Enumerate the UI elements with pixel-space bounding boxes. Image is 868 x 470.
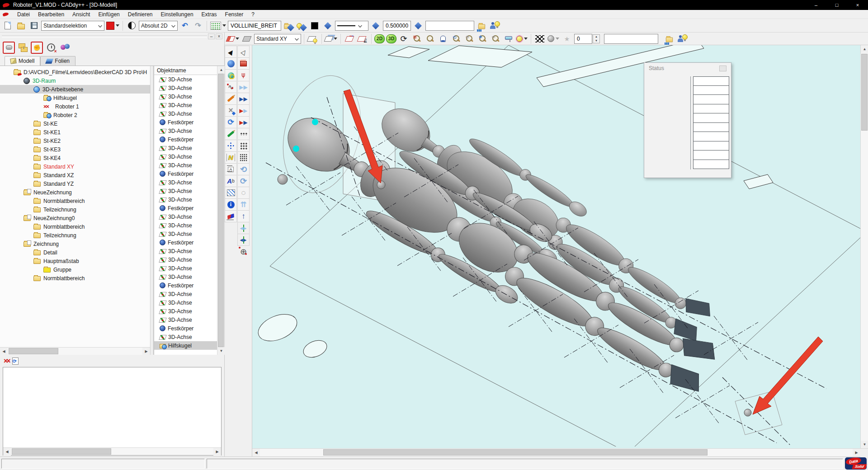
pen-color-button[interactable] bbox=[309, 20, 321, 31]
list-item-3d-achse[interactable]: 3D-Achse bbox=[154, 315, 217, 324]
menu-einfügen[interactable]: Einfügen bbox=[94, 10, 123, 19]
list-item-3d-achse[interactable]: 3D-Achse bbox=[154, 152, 217, 161]
rotate-cw-button[interactable] bbox=[237, 175, 250, 187]
wireframe-button[interactable] bbox=[534, 33, 546, 44]
user-light-button[interactable] bbox=[489, 20, 500, 31]
draw-pencil-green-button[interactable] bbox=[225, 128, 237, 140]
hatch-tool-button[interactable] bbox=[225, 187, 237, 199]
undo-button[interactable]: ↶ bbox=[179, 20, 191, 31]
dimension-tool-button[interactable] bbox=[225, 163, 237, 175]
lift-light-button[interactable] bbox=[237, 198, 250, 211]
list-vertical-scrollbar[interactable]: ▲ ▼ bbox=[217, 66, 224, 355]
coordinate-mode-combo[interactable]: Absolut 2D bbox=[139, 21, 178, 31]
zoom-box-button[interactable]: ▧ bbox=[411, 33, 423, 44]
message-area[interactable]: ◀ ▶ bbox=[3, 367, 222, 456]
tree-item-st-ke3[interactable]: St-KE3 bbox=[0, 145, 150, 154]
list-item-festkörper[interactable]: Festkörper bbox=[154, 118, 217, 127]
mirror-dark-button[interactable] bbox=[237, 234, 250, 246]
3d-viewport[interactable]: Status bbox=[252, 45, 860, 448]
extra-input[interactable] bbox=[425, 21, 474, 31]
list-item-festkörper[interactable]: Festkörper bbox=[154, 204, 217, 212]
panel-grip[interactable] bbox=[2, 35, 207, 38]
display-mode-button[interactable] bbox=[126, 20, 137, 31]
array-circle-button[interactable] bbox=[237, 187, 250, 199]
rotate-view-button[interactable]: ⟳ bbox=[398, 33, 410, 44]
list-item-3d-achse[interactable]: 3D-Achse bbox=[154, 144, 217, 152]
sphere-tool-button[interactable] bbox=[225, 57, 237, 70]
scroll-left-arrow-icon[interactable]: ◀ bbox=[0, 348, 8, 355]
zoom-next-button[interactable]: ⟳ bbox=[463, 33, 475, 44]
info-tool-button[interactable] bbox=[225, 198, 237, 211]
tree-item-standard-xz[interactable]: Standard XZ bbox=[0, 171, 150, 179]
modify-tools-button[interactable] bbox=[225, 104, 237, 117]
refresh-page-button[interactable] bbox=[12, 357, 19, 365]
select-arrow-button[interactable] bbox=[225, 46, 237, 58]
array-grid-small-button[interactable] bbox=[237, 140, 250, 152]
tree-item-zeichnung[interactable]: Zeichnung bbox=[0, 240, 150, 248]
list-item-3d-achse[interactable]: 3D-Achse bbox=[154, 161, 217, 169]
scroll-right-arrow-icon[interactable]: ▶ bbox=[213, 448, 221, 456]
clear-selection-button[interactable] bbox=[3, 42, 15, 54]
open-file-button[interactable] bbox=[15, 20, 27, 31]
plane-copy-button[interactable] bbox=[325, 33, 338, 44]
list-item-3d-achse[interactable]: 3D-Achse bbox=[154, 109, 217, 118]
minimize-button[interactable]: – bbox=[806, 0, 826, 10]
list-item-3d-achse[interactable]: 3D-Achse bbox=[154, 178, 217, 187]
tree-item-st-ke2[interactable]: St-KE2 bbox=[0, 136, 150, 145]
list-item-3d-achse[interactable]: 3D-Achse bbox=[154, 307, 217, 315]
tree-item-roboter-1[interactable]: ××Roboter 1 bbox=[0, 102, 150, 111]
save-button[interactable] bbox=[28, 20, 40, 31]
user-light-button[interactable] bbox=[676, 33, 688, 44]
tree-item-roboter-2[interactable]: Roboter 2 bbox=[0, 111, 150, 119]
viewport-horizontal-scrollbar[interactable]: ◀ ▶ bbox=[252, 448, 868, 456]
menu-ansicht[interactable]: Ansicht bbox=[68, 10, 94, 19]
tree-item-hilfskugel[interactable]: Hilfskugel bbox=[0, 94, 150, 102]
scroll-down-arrow-icon[interactable]: ▼ bbox=[217, 347, 225, 355]
linestyle-pick-button[interactable] bbox=[370, 20, 382, 31]
menu-bearbeiten[interactable]: Bearbeiten bbox=[34, 10, 68, 19]
array-grid-large-button[interactable] bbox=[237, 151, 250, 164]
view-extra-input[interactable] bbox=[604, 34, 658, 44]
rotate-ccw-button[interactable] bbox=[237, 163, 250, 175]
rotate-tool-button[interactable] bbox=[225, 116, 237, 128]
solid-edit-tool-button[interactable] bbox=[225, 69, 237, 81]
zoom-previous-button[interactable]: ⟲ bbox=[450, 33, 462, 44]
tree-item-st-ke[interactable]: St-KE bbox=[0, 119, 150, 128]
list-item-3d-achse[interactable]: 3D-Achse bbox=[154, 212, 217, 221]
tree-item-standard-yz[interactable]: Standard YZ bbox=[0, 179, 150, 188]
workplane-off-button[interactable] bbox=[241, 33, 253, 44]
history-button[interactable] bbox=[45, 42, 57, 54]
close-button[interactable]: × bbox=[847, 0, 868, 10]
tab-modell[interactable]: Modell bbox=[5, 56, 40, 66]
mirror-light-button[interactable] bbox=[237, 222, 250, 234]
list-item-3d-achse[interactable]: 3D-Achse bbox=[154, 75, 217, 84]
tree-item-normblattbereich[interactable]: Normblattbereich bbox=[0, 197, 150, 205]
tree-item-st-ke4[interactable]: St-KE4 bbox=[0, 154, 150, 162]
tree-item-gruppe[interactable]: Gruppe bbox=[0, 265, 150, 274]
solid-box-button[interactable] bbox=[237, 57, 250, 70]
list-item-festkörper[interactable]: Festkörper bbox=[154, 169, 217, 178]
group-manager-button[interactable] bbox=[476, 20, 487, 31]
tree-item-st-ke1[interactable]: St-KE1 bbox=[0, 128, 150, 136]
menu-datei[interactable]: Datei bbox=[13, 10, 34, 19]
panel-minimize-button[interactable]: – bbox=[208, 33, 215, 39]
import-structure-button[interactable]: ↓ bbox=[17, 42, 29, 54]
list-item-3d-achse[interactable]: 3D-Achse bbox=[154, 101, 217, 109]
linewidth-pick-button[interactable] bbox=[412, 20, 424, 31]
tree-item-teilzeichnung[interactable]: Teilzeichnung bbox=[0, 231, 150, 240]
tree-item-3d-arbeitsebene[interactable]: 3D-Arbeitsebene bbox=[0, 85, 150, 94]
redraw-button[interactable] bbox=[503, 33, 514, 44]
list-item-festkörper[interactable]: Festkörper bbox=[154, 281, 217, 290]
list-item-3d-achse[interactable]: 3D-Achse bbox=[154, 273, 217, 281]
selection-color-button[interactable] bbox=[106, 20, 120, 31]
list-item-3d-achse[interactable]: 3D-Achse bbox=[154, 221, 217, 230]
color-pick-button[interactable] bbox=[322, 20, 334, 31]
tree-item-standard-xy[interactable]: Standard XY bbox=[0, 162, 150, 171]
tree-item-3d-raum[interactable]: 3D-Raum bbox=[0, 76, 150, 85]
list-item-3d-achse[interactable]: 3D-Achse bbox=[154, 298, 217, 307]
tree-item-hauptmaßstab[interactable]: Hauptmaßstab bbox=[0, 257, 150, 265]
scroll-left-arrow-icon[interactable]: ◀ bbox=[3, 448, 11, 456]
tree-item-teilzeichnung[interactable]: Teilzeichnung bbox=[0, 205, 150, 214]
draw-pencil-orange-button[interactable] bbox=[225, 93, 237, 105]
plane-visibility-button[interactable] bbox=[307, 33, 319, 44]
